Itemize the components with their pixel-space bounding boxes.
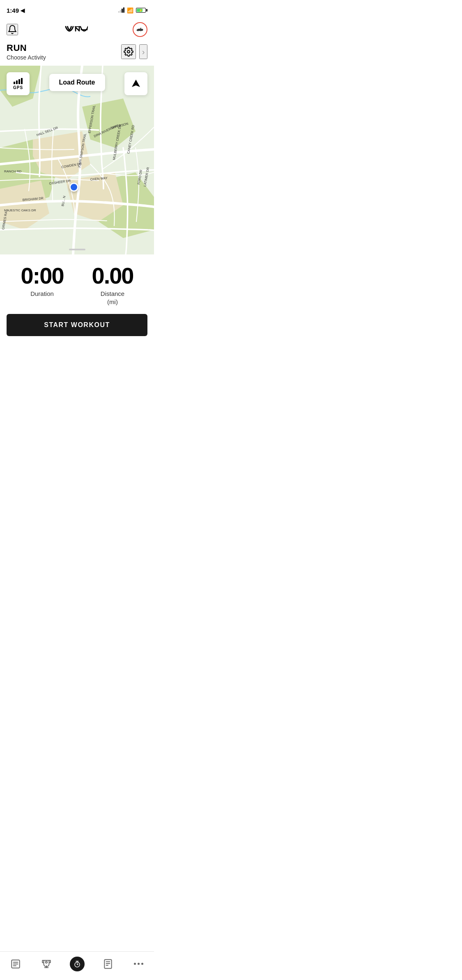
map-container[interactable]: HALL SELL DR COWDEN DR OXSHEER DR BRIGHA… xyxy=(0,66,154,254)
shoe-icon xyxy=(136,25,144,34)
signal-icon xyxy=(118,8,124,13)
distance-label: Distance(mi) xyxy=(101,290,124,306)
svg-marker-27 xyxy=(132,80,140,87)
bell-icon xyxy=(7,25,17,34)
load-route-label: Load Route xyxy=(59,79,95,86)
navigation-arrow-icon xyxy=(131,79,141,89)
distance-stat: 0.00 Distance(mi) xyxy=(92,264,133,306)
under-armour-logo xyxy=(63,23,88,36)
stats-section: 0:00 Duration 0.00 Distance(mi) xyxy=(0,254,154,314)
activity-choose[interactable]: Choose Activity xyxy=(7,54,46,61)
duration-value: 0:00 xyxy=(21,264,63,287)
activity-info: RUN Choose Activity xyxy=(7,43,46,61)
status-time: 1:49 ◀ xyxy=(7,7,25,14)
location-arrow-icon: ◀ xyxy=(21,7,25,14)
status-bar: 1:49 ◀ 📶 ⚡ xyxy=(0,0,154,18)
map-drag-indicator xyxy=(69,249,85,250)
distance-value: 0.00 xyxy=(92,264,133,287)
gear-icon xyxy=(124,47,133,57)
gps-bars-icon xyxy=(14,78,23,84)
header xyxy=(0,18,154,41)
map-background: HALL SELL DR COWDEN DR OXSHEER DR BRIGHA… xyxy=(0,66,154,254)
gps-button[interactable]: GPS xyxy=(7,72,30,95)
time-display: 1:49 xyxy=(7,7,19,14)
gps-label: GPS xyxy=(13,85,23,90)
user-location-dot xyxy=(69,183,78,192)
svg-text:RANCH RD: RANCH RD xyxy=(4,169,21,173)
activity-controls: › xyxy=(121,44,147,59)
battery-icon: ⚡ xyxy=(136,8,147,13)
ua-logo xyxy=(63,23,88,36)
chevron-right-button[interactable]: › xyxy=(139,44,147,59)
load-route-button[interactable]: Load Route xyxy=(49,74,105,91)
connected-shoe-button[interactable] xyxy=(133,22,147,37)
activity-row: RUN Choose Activity › xyxy=(0,41,154,66)
status-icons: 📶 ⚡ xyxy=(118,7,147,14)
duration-stat: 0:00 Duration xyxy=(21,264,63,298)
wifi-icon: 📶 xyxy=(127,7,133,14)
activity-type: RUN xyxy=(7,43,46,53)
chevron-right-icon: › xyxy=(142,47,145,57)
notifications-button[interactable] xyxy=(7,24,18,35)
start-workout-button[interactable]: START WORKOUT xyxy=(7,314,147,336)
duration-label: Duration xyxy=(30,290,54,298)
svg-point-2 xyxy=(127,50,130,53)
start-workout-container: START WORKOUT xyxy=(0,314,154,343)
map-navigation-button[interactable] xyxy=(124,72,147,95)
settings-button[interactable] xyxy=(121,44,136,59)
svg-text:MAJESTIC OAKS DR: MAJESTIC OAKS DR xyxy=(4,208,36,212)
